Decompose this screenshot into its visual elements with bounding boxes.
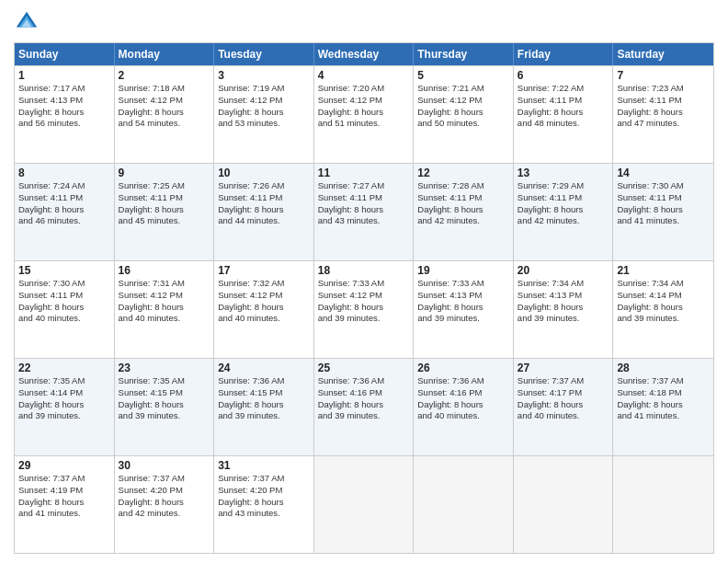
- day-number: 30: [119, 459, 210, 472]
- sunset-text: Sunset: 4:12 PM: [417, 95, 509, 107]
- sunrise-text: Sunrise: 7:32 AM: [218, 278, 310, 290]
- logo-icon: [14, 9, 40, 35]
- cal-cell-23: 23Sunrise: 7:35 AMSunset: 4:15 PMDayligh…: [115, 359, 215, 455]
- calendar-header: SundayMondayTuesdayWednesdayThursdayFrid…: [15, 43, 713, 65]
- daylight-minutes: and 39 minutes.: [119, 410, 210, 422]
- cal-cell-12: 12Sunrise: 7:28 AMSunset: 4:11 PMDayligh…: [414, 164, 514, 260]
- calendar-row-5: 29Sunrise: 7:37 AMSunset: 4:19 PMDayligh…: [15, 455, 713, 553]
- cal-cell-9: 9Sunrise: 7:25 AMSunset: 4:11 PMDaylight…: [115, 164, 215, 260]
- daylight-minutes: and 40 minutes.: [119, 313, 210, 325]
- sunset-text: Sunset: 4:11 PM: [218, 192, 310, 204]
- daylight-minutes: and 44 minutes.: [218, 215, 310, 227]
- daylight-minutes: and 40 minutes.: [417, 410, 509, 422]
- sunset-text: Sunset: 4:11 PM: [617, 95, 710, 107]
- sunrise-text: Sunrise: 7:25 AM: [119, 180, 210, 192]
- sunrise-text: Sunrise: 7:33 AM: [417, 278, 509, 290]
- sunrise-text: Sunrise: 7:23 AM: [617, 83, 710, 95]
- sunrise-text: Sunrise: 7:33 AM: [318, 278, 410, 290]
- daylight-text: Daylight: 8 hours: [218, 302, 310, 314]
- sunrise-text: Sunrise: 7:17 AM: [18, 83, 110, 95]
- cal-cell-29: 29Sunrise: 7:37 AMSunset: 4:19 PMDayligh…: [15, 456, 115, 553]
- daylight-text: Daylight: 8 hours: [417, 302, 509, 314]
- sunset-text: Sunset: 4:20 PM: [218, 485, 310, 497]
- logo: [14, 9, 43, 35]
- cal-cell-21: 21Sunrise: 7:34 AMSunset: 4:14 PMDayligh…: [613, 261, 713, 358]
- daylight-text: Daylight: 8 hours: [119, 302, 210, 314]
- day-number: 4: [318, 69, 410, 82]
- sunrise-text: Sunrise: 7:37 AM: [119, 473, 210, 485]
- daylight-text: Daylight: 8 hours: [18, 204, 110, 216]
- daylight-text: Daylight: 8 hours: [617, 204, 710, 216]
- sunrise-text: Sunrise: 7:34 AM: [518, 278, 609, 290]
- sunset-text: Sunset: 4:13 PM: [417, 290, 509, 302]
- daylight-minutes: and 40 minutes.: [18, 313, 110, 325]
- sunrise-text: Sunrise: 7:18 AM: [119, 83, 210, 95]
- daylight-minutes: and 48 minutes.: [518, 118, 609, 130]
- day-number: 10: [218, 167, 310, 179]
- daylight-minutes: and 56 minutes.: [18, 118, 110, 130]
- daylight-text: Daylight: 8 hours: [417, 107, 509, 119]
- sunset-text: Sunset: 4:17 PM: [518, 387, 609, 399]
- day-number: 11: [318, 167, 410, 179]
- header: [14, 9, 714, 35]
- day-number: 27: [518, 362, 609, 374]
- sunset-text: Sunset: 4:12 PM: [119, 290, 210, 302]
- day-number: 3: [218, 69, 310, 82]
- daylight-minutes: and 39 minutes.: [318, 313, 410, 325]
- cal-cell-18: 18Sunrise: 7:33 AMSunset: 4:12 PMDayligh…: [314, 261, 415, 358]
- sunset-text: Sunset: 4:11 PM: [518, 192, 609, 204]
- cal-cell-15: 15Sunrise: 7:30 AMSunset: 4:11 PMDayligh…: [15, 261, 115, 358]
- day-number: 2: [119, 69, 210, 82]
- daylight-text: Daylight: 8 hours: [18, 497, 110, 509]
- sunrise-text: Sunrise: 7:36 AM: [318, 375, 410, 387]
- header-day-sunday: Sunday: [15, 43, 115, 65]
- cal-cell-24: 24Sunrise: 7:36 AMSunset: 4:15 PMDayligh…: [214, 359, 314, 455]
- cal-cell-16: 16Sunrise: 7:31 AMSunset: 4:12 PMDayligh…: [115, 261, 215, 358]
- cal-cell-1: 1Sunrise: 7:17 AMSunset: 4:13 PMDaylight…: [15, 66, 115, 163]
- daylight-minutes: and 47 minutes.: [617, 118, 710, 130]
- sunrise-text: Sunrise: 7:37 AM: [18, 473, 110, 485]
- daylight-minutes: and 40 minutes.: [518, 410, 609, 422]
- cal-cell-30: 30Sunrise: 7:37 AMSunset: 4:20 PMDayligh…: [115, 456, 215, 553]
- daylight-text: Daylight: 8 hours: [119, 399, 210, 411]
- sunrise-text: Sunrise: 7:35 AM: [18, 375, 110, 387]
- sunset-text: Sunset: 4:14 PM: [18, 387, 110, 399]
- day-number: 5: [417, 69, 509, 82]
- cal-cell-11: 11Sunrise: 7:27 AMSunset: 4:11 PMDayligh…: [314, 164, 415, 260]
- sunset-text: Sunset: 4:18 PM: [617, 387, 710, 399]
- cal-cell-7: 7Sunrise: 7:23 AMSunset: 4:11 PMDaylight…: [613, 66, 713, 163]
- cal-cell-10: 10Sunrise: 7:26 AMSunset: 4:11 PMDayligh…: [214, 164, 314, 260]
- sunrise-text: Sunrise: 7:36 AM: [218, 375, 310, 387]
- header-day-saturday: Saturday: [613, 43, 713, 65]
- daylight-minutes: and 51 minutes.: [318, 118, 410, 130]
- sunset-text: Sunset: 4:12 PM: [218, 290, 310, 302]
- sunrise-text: Sunrise: 7:21 AM: [417, 83, 509, 95]
- day-number: 26: [417, 362, 509, 374]
- header-day-tuesday: Tuesday: [214, 43, 314, 65]
- cal-cell-2: 2Sunrise: 7:18 AMSunset: 4:12 PMDaylight…: [115, 66, 215, 163]
- day-number: 18: [318, 264, 410, 277]
- daylight-minutes: and 41 minutes.: [617, 215, 710, 227]
- sunset-text: Sunset: 4:12 PM: [218, 95, 310, 107]
- day-number: 21: [617, 264, 710, 277]
- sunset-text: Sunset: 4:11 PM: [18, 290, 110, 302]
- cal-cell-4: 4Sunrise: 7:20 AMSunset: 4:12 PMDaylight…: [314, 66, 415, 163]
- sunset-text: Sunset: 4:11 PM: [18, 192, 110, 204]
- day-number: 12: [417, 167, 509, 179]
- daylight-text: Daylight: 8 hours: [617, 107, 710, 119]
- daylight-minutes: and 39 minutes.: [218, 410, 310, 422]
- daylight-minutes: and 40 minutes.: [218, 313, 310, 325]
- day-number: 13: [518, 167, 609, 179]
- sunrise-text: Sunrise: 7:30 AM: [617, 180, 710, 192]
- cal-cell-25: 25Sunrise: 7:36 AMSunset: 4:16 PMDayligh…: [314, 359, 415, 455]
- daylight-minutes: and 53 minutes.: [218, 118, 310, 130]
- cal-cell-19: 19Sunrise: 7:33 AMSunset: 4:13 PMDayligh…: [414, 261, 514, 358]
- daylight-text: Daylight: 8 hours: [518, 107, 609, 119]
- cal-cell-empty: [414, 456, 514, 553]
- sunrise-text: Sunrise: 7:29 AM: [518, 180, 609, 192]
- daylight-minutes: and 39 minutes.: [417, 313, 509, 325]
- daylight-minutes: and 39 minutes.: [18, 410, 110, 422]
- daylight-minutes: and 42 minutes.: [518, 215, 609, 227]
- cal-cell-empty: [613, 456, 713, 553]
- sunset-text: Sunset: 4:20 PM: [119, 485, 210, 497]
